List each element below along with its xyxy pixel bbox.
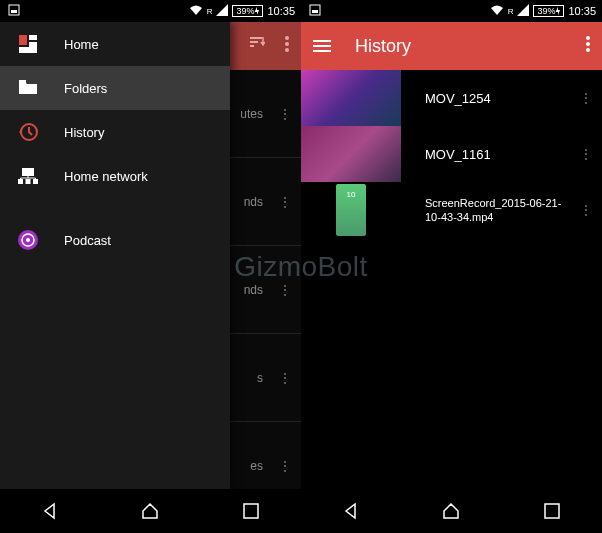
svg-rect-24	[545, 504, 559, 518]
svg-rect-7	[29, 42, 37, 47]
svg-point-23	[586, 48, 590, 52]
svg-rect-8	[19, 47, 37, 53]
svg-rect-20	[312, 10, 318, 13]
signal-icon	[216, 4, 228, 18]
video-thumbnail	[301, 70, 401, 126]
drawer-item-label: Home network	[64, 169, 148, 184]
screenshot-icon	[309, 4, 321, 18]
svg-point-22	[586, 42, 590, 46]
svg-rect-13	[26, 179, 31, 184]
navigation-bar	[0, 489, 301, 533]
overflow-icon: ⋮	[279, 195, 291, 209]
overflow-icon[interactable]	[586, 36, 590, 56]
home-button[interactable]	[440, 500, 462, 522]
history-item[interactable]: MOV_1254 ⋮	[301, 70, 602, 126]
svg-point-2	[285, 36, 289, 40]
drawer-item-folders[interactable]: Folders	[0, 66, 230, 110]
svg-rect-11	[22, 168, 34, 176]
drawer-item-label: Folders	[64, 81, 107, 96]
svg-rect-1	[11, 10, 17, 13]
svg-rect-9	[19, 80, 26, 84]
svg-point-17	[26, 238, 30, 242]
video-label: MOV_1161	[401, 147, 570, 162]
action-bar: History	[301, 22, 602, 70]
hamburger-icon[interactable]	[313, 40, 331, 52]
overflow-icon[interactable]: ⋮	[570, 91, 602, 105]
svg-rect-12	[18, 179, 23, 184]
back-button[interactable]	[340, 500, 362, 522]
video-label: MOV_1254	[401, 91, 570, 106]
svg-rect-6	[29, 35, 37, 40]
drawer-item-history[interactable]: History	[0, 110, 230, 154]
svg-rect-14	[33, 179, 38, 184]
video-label: ScreenRecord_2015-06-21-10-43-34.mp4	[401, 196, 570, 225]
home-tiles-icon	[18, 34, 38, 54]
svg-rect-18	[244, 504, 258, 518]
video-thumbnail	[301, 126, 401, 182]
drawer-item-home-network[interactable]: Home network	[0, 154, 230, 198]
clock: 10:35	[568, 5, 596, 17]
back-button[interactable]	[39, 500, 61, 522]
signal-icon	[517, 4, 529, 18]
page-title: History	[355, 36, 411, 57]
battery-indicator: 39%	[232, 5, 263, 17]
overflow-icon[interactable]	[285, 36, 289, 56]
history-item[interactable]: ScreenRecord_2015-06-21-10-43-34.mp4 ⋮	[301, 182, 602, 238]
screenshot-icon	[8, 4, 20, 18]
right-screen: R 39% 10:35 History MOV_1254 ⋮ MOV_1161 …	[301, 0, 602, 533]
navigation-drawer: Home Folders History Home network Podca	[0, 22, 230, 489]
svg-point-4	[285, 48, 289, 52]
network-icon	[18, 166, 38, 186]
drawer-item-label: History	[64, 125, 104, 140]
drawer-item-podcast[interactable]: Podcast	[0, 218, 230, 262]
clock: 10:35	[267, 5, 295, 17]
svg-rect-5	[19, 35, 27, 45]
overflow-icon: ⋮	[279, 371, 291, 385]
svg-point-3	[285, 42, 289, 46]
recent-button[interactable]	[240, 500, 262, 522]
history-item[interactable]: MOV_1161 ⋮	[301, 126, 602, 182]
signal-label: R	[207, 7, 213, 16]
wifi-icon	[189, 4, 203, 18]
history-list: MOV_1254 ⋮ MOV_1161 ⋮ ScreenRecord_2015-…	[301, 70, 602, 489]
recent-button[interactable]	[541, 500, 563, 522]
home-button[interactable]	[139, 500, 161, 522]
overflow-icon: ⋮	[279, 107, 291, 121]
wifi-icon	[490, 4, 504, 18]
sort-icon[interactable]	[247, 35, 265, 57]
drawer-item-label: Podcast	[64, 233, 111, 248]
folder-icon	[18, 78, 38, 98]
battery-indicator: 39%	[533, 5, 564, 17]
navigation-bar	[301, 489, 602, 533]
podcast-icon	[18, 230, 38, 250]
drawer-item-home[interactable]: Home	[0, 22, 230, 66]
history-icon	[18, 122, 38, 142]
left-screen: R 39% 10:35 utes ⋮ nds ⋮ nds ⋮	[0, 0, 301, 533]
signal-label: R	[508, 7, 514, 16]
overflow-icon[interactable]: ⋮	[570, 203, 602, 217]
video-thumbnail	[301, 182, 401, 238]
status-bar: R 39% 10:35	[0, 0, 301, 22]
svg-point-21	[586, 36, 590, 40]
overflow-icon[interactable]: ⋮	[570, 147, 602, 161]
overflow-icon: ⋮	[279, 283, 291, 297]
drawer-item-label: Home	[64, 37, 99, 52]
overflow-icon: ⋮	[279, 459, 291, 473]
status-bar: R 39% 10:35	[301, 0, 602, 22]
